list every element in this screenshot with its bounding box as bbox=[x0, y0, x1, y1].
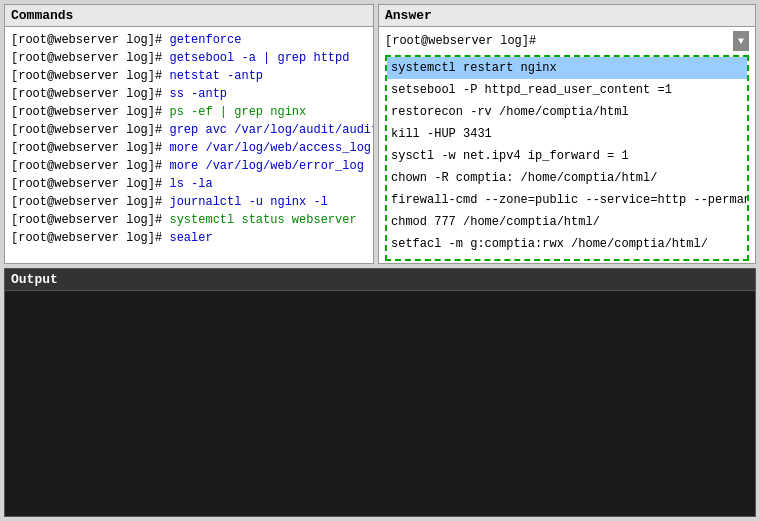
answer-list-item[interactable]: cp -R /home/comptia/html /var/www/html bbox=[387, 255, 747, 261]
command-prompt: [root@webserver log]# bbox=[11, 213, 169, 227]
command-text: ps -ef | grep nginx bbox=[169, 105, 306, 119]
answer-list-item[interactable]: restorecon -rv /home/comptia/html bbox=[387, 101, 747, 123]
command-prompt: [root@webserver log]# bbox=[11, 195, 169, 209]
command-text: netstat -antp bbox=[169, 69, 263, 83]
command-line[interactable]: [root@webserver log]# getsebool -a | gre… bbox=[11, 49, 367, 67]
command-line[interactable]: [root@webserver log]# grep avc /var/log/… bbox=[11, 121, 367, 139]
answer-list-item[interactable]: setsebool -P httpd_read_user_content =1 bbox=[387, 79, 747, 101]
command-prompt: [root@webserver log]# bbox=[11, 105, 169, 119]
command-prompt: [root@webserver log]# bbox=[11, 141, 169, 155]
command-text: grep avc /var/log/audit/audit.log bbox=[169, 123, 373, 137]
answer-list-item[interactable]: setfacl -m g:comptia:rwx /home/comptia/h… bbox=[387, 233, 747, 255]
command-prompt: [root@webserver log]# bbox=[11, 177, 169, 191]
commands-header: Commands bbox=[5, 5, 373, 27]
answer-input-row: [root@webserver log]# ▼ bbox=[379, 27, 755, 53]
command-text: journalctl -u nginx -l bbox=[169, 195, 327, 209]
answer-list-item[interactable]: sysctl -w net.ipv4 ip_forward = 1 bbox=[387, 145, 747, 167]
answer-list-item[interactable]: kill -HUP 3431 bbox=[387, 123, 747, 145]
command-text: more /var/log/web/error_log bbox=[169, 159, 363, 173]
answer-panel: Answer [root@webserver log]# ▼ systemctl… bbox=[378, 4, 756, 264]
output-header: Output bbox=[5, 269, 755, 291]
dropdown-arrow-icon[interactable]: ▼ bbox=[733, 31, 749, 51]
command-line[interactable]: [root@webserver log]# more /var/log/web/… bbox=[11, 139, 367, 157]
main-container: Commands [root@webserver log]# getenforc… bbox=[0, 0, 760, 521]
command-line[interactable]: [root@webserver log]# getenforce bbox=[11, 31, 367, 49]
command-line[interactable]: [root@webserver log]# more /var/log/web/… bbox=[11, 157, 367, 175]
command-text: ls -la bbox=[169, 177, 212, 191]
output-content bbox=[5, 291, 755, 516]
answer-header: Answer bbox=[379, 5, 755, 27]
command-prompt: [root@webserver log]# bbox=[11, 51, 169, 65]
command-line[interactable]: [root@webserver log]# systemctl status w… bbox=[11, 211, 367, 229]
command-text: more /var/log/web/access_log bbox=[169, 141, 371, 155]
command-line[interactable]: [root@webserver log]# ss -antp bbox=[11, 85, 367, 103]
command-line[interactable]: [root@webserver log]# ls -la bbox=[11, 175, 367, 193]
commands-panel: Commands [root@webserver log]# getenforc… bbox=[4, 4, 374, 264]
answer-list: systemctl restart nginxsetsebool -P http… bbox=[385, 55, 749, 261]
top-panels: Commands [root@webserver log]# getenforc… bbox=[4, 4, 756, 264]
answer-input[interactable] bbox=[540, 34, 729, 48]
command-text: ss -antp bbox=[169, 87, 227, 101]
command-prompt: [root@webserver log]# bbox=[11, 69, 169, 83]
command-text: sealer bbox=[169, 231, 212, 245]
answer-list-item[interactable]: firewall-cmd --zone=public --service=htt… bbox=[387, 189, 747, 211]
command-prompt: [root@webserver log]# bbox=[11, 231, 169, 245]
commands-content: [root@webserver log]# getenforce[root@we… bbox=[5, 27, 373, 263]
command-text: getsebool -a | grep httpd bbox=[169, 51, 349, 65]
command-prompt: [root@webserver log]# bbox=[11, 33, 169, 47]
command-prompt: [root@webserver log]# bbox=[11, 87, 169, 101]
answer-list-item[interactable]: systemctl restart nginx bbox=[387, 57, 747, 79]
command-prompt: [root@webserver log]# bbox=[11, 159, 169, 173]
command-text: systemctl status webserver bbox=[169, 213, 356, 227]
command-line[interactable]: [root@webserver log]# ps -ef | grep ngin… bbox=[11, 103, 367, 121]
command-text: getenforce bbox=[169, 33, 241, 47]
command-line[interactable]: [root@webserver log]# journalctl -u ngin… bbox=[11, 193, 367, 211]
answer-prompt: [root@webserver log]# bbox=[385, 34, 536, 48]
command-line[interactable]: [root@webserver log]# netstat -antp bbox=[11, 67, 367, 85]
command-prompt: [root@webserver log]# bbox=[11, 123, 169, 137]
answer-list-item[interactable]: chmod 777 /home/comptia/html/ bbox=[387, 211, 747, 233]
output-panel: Output bbox=[4, 268, 756, 517]
command-line[interactable]: [root@webserver log]# sealer bbox=[11, 229, 367, 247]
answer-list-item[interactable]: chown -R comptia: /home/comptia/html/ bbox=[387, 167, 747, 189]
